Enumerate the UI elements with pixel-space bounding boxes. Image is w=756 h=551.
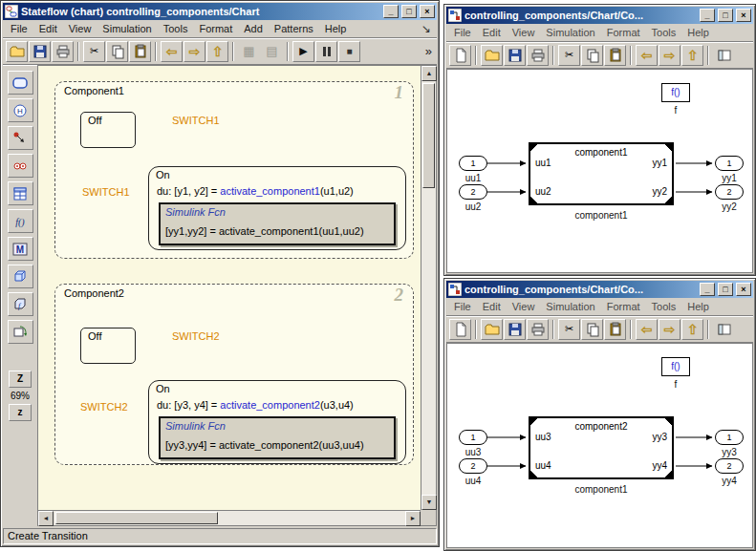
close-button[interactable]: × <box>736 283 751 296</box>
save-button[interactable] <box>29 41 51 62</box>
maximize-button[interactable]: □ <box>718 283 733 296</box>
outport-2[interactable]: 2 <box>715 458 744 474</box>
titlebar[interactable]: controlling_components/Chart/Co... _ □ × <box>446 7 753 24</box>
paste-button[interactable] <box>129 41 151 62</box>
transition-label[interactable]: SWITCH1 <box>82 186 130 198</box>
outport-1[interactable]: 1 <box>715 156 744 171</box>
menu-simulation[interactable]: Simulation <box>540 299 600 314</box>
simulink-function-block[interactable]: f() <box>661 83 690 102</box>
menu-file[interactable]: File <box>448 25 477 40</box>
new-model-button[interactable] <box>449 45 471 66</box>
back-button[interactable]: ⇦ <box>636 319 658 340</box>
truth-table-tool-button[interactable] <box>8 181 33 205</box>
copy-button[interactable] <box>106 41 128 62</box>
forward-button[interactable]: ⇨ <box>659 45 680 66</box>
simulink-fcn-box[interactable]: Simulink Fcn [yy3,yy4] = activate_compon… <box>159 416 396 459</box>
maximize-button[interactable]: □ <box>718 9 733 22</box>
subsystem-block[interactable]: component1 uu1 uu2 yy1 yy2 <box>529 142 674 205</box>
menu-view[interactable]: View <box>507 25 541 40</box>
library-button[interactable]: ▤ <box>261 41 283 62</box>
scroll-up-button[interactable]: ▲ <box>421 66 437 81</box>
print-button[interactable] <box>527 319 549 340</box>
model-explorer-button[interactable]: ▦ <box>238 41 260 62</box>
model-canvas[interactable]: f() f 1 uu1 2 uu2 component1 uu1 uu2 yy1… <box>446 69 753 273</box>
inport-2[interactable]: 2 <box>459 458 487 474</box>
copy-button[interactable] <box>581 319 603 340</box>
zoom-out-button[interactable]: z <box>9 404 32 421</box>
forward-button[interactable]: ⇨ <box>659 319 680 340</box>
menu-simulation[interactable]: Simulation <box>97 21 157 36</box>
menu-edit[interactable]: Edit <box>477 299 507 314</box>
minimize-button[interactable]: _ <box>383 5 399 18</box>
menu-view[interactable]: View <box>507 299 541 314</box>
scroll-down-button[interactable]: ▼ <box>421 495 437 510</box>
on-state[interactable]: On du: [y3, y4] = activate_component2(u3… <box>148 380 406 464</box>
off-state[interactable]: Off <box>80 328 136 364</box>
close-button[interactable]: × <box>420 5 435 18</box>
simulink-fcn-box[interactable]: Simulink Fcn [yy1,yy2] = activate_compon… <box>159 202 396 245</box>
history-junction-tool-button[interactable]: H <box>8 98 33 122</box>
copy-button[interactable] <box>581 45 603 66</box>
minimize-button[interactable]: _ <box>700 9 715 22</box>
zoom-in-button[interactable]: Z <box>9 371 32 388</box>
menu-edit[interactable]: Edit <box>477 25 507 40</box>
back-button[interactable]: ⇦ <box>636 45 658 66</box>
close-button[interactable]: × <box>736 9 751 22</box>
up-to-parent-button[interactable]: ⇧ <box>206 41 228 62</box>
open-button[interactable] <box>481 45 503 66</box>
scrollbar-thumb[interactable] <box>55 512 218 524</box>
off-state[interactable]: Off <box>80 112 136 148</box>
transition-label[interactable]: SWITCH2 <box>80 401 128 413</box>
back-button[interactable]: ⇦ <box>161 41 183 62</box>
outport-1[interactable]: 1 <box>715 430 744 445</box>
menu-file[interactable]: File <box>5 21 33 36</box>
on-state[interactable]: On du: [y1, y2] = activate_component1(u1… <box>148 166 406 250</box>
chart-canvas[interactable]: Component1 1 Off On du: [y1, y2] = activ… <box>38 66 421 510</box>
graphical-function-tool-button[interactable]: f() <box>8 209 33 233</box>
menu-help[interactable]: Help <box>319 21 353 36</box>
model-canvas[interactable]: f() f 1 uu3 2 uu4 component2 uu3 uu4 yy3… <box>446 343 753 548</box>
cut-button[interactable]: ✂ <box>83 41 105 62</box>
scroll-left-button[interactable]: ◄ <box>38 511 54 526</box>
maximize-button[interactable]: □ <box>401 5 417 18</box>
paste-button[interactable] <box>604 45 626 66</box>
start-simulation-button[interactable]: ▶ <box>292 41 314 62</box>
menu-format[interactable]: Format <box>601 299 646 314</box>
toolbar-overflow-button[interactable]: » <box>425 44 434 58</box>
menu-simulation[interactable]: Simulation <box>540 25 600 40</box>
transition-label[interactable]: SWITCH1 <box>172 115 220 126</box>
state-tool-button[interactable] <box>8 71 33 95</box>
menu-format[interactable]: Format <box>601 25 646 40</box>
simulink-function-tool-button[interactable]: f <box>8 292 33 316</box>
up-to-parent-button[interactable]: ⇧ <box>681 45 703 66</box>
connective-junction-tool-button[interactable] <box>8 154 33 178</box>
scroll-right-button[interactable]: ► <box>405 511 421 526</box>
menu-add[interactable]: Add <box>238 21 269 36</box>
model-browser-toggle-button[interactable] <box>713 319 735 340</box>
print-button[interactable] <box>52 41 74 62</box>
inport-2[interactable]: 2 <box>459 184 487 200</box>
menu-help[interactable]: Help <box>681 25 715 40</box>
inport-1[interactable]: 1 <box>459 156 487 171</box>
menu-format[interactable]: Format <box>193 21 238 36</box>
inport-1[interactable]: 1 <box>459 430 487 445</box>
subsystem-block[interactable]: component2 uu3 uu4 yy3 yy4 <box>529 416 674 479</box>
model-browser-toggle-button[interactable] <box>713 45 735 66</box>
titlebar[interactable]: Stateflow (chart) controlling_components… <box>3 3 437 20</box>
menu-help[interactable]: Help <box>681 299 715 314</box>
cut-button[interactable]: ✂ <box>558 319 580 340</box>
cut-button[interactable]: ✂ <box>558 45 580 66</box>
menu-file[interactable]: File <box>448 299 477 314</box>
open-button[interactable] <box>481 319 503 340</box>
forward-button[interactable]: ⇨ <box>184 41 205 62</box>
matlab-function-tool-button[interactable]: M <box>8 237 33 261</box>
transition-label[interactable]: SWITCH2 <box>172 330 220 342</box>
outport-2[interactable]: 2 <box>715 184 744 200</box>
component2-box[interactable]: Component2 2 Off On du: [y3, y4] = activ… <box>54 284 414 465</box>
default-transition-tool-button[interactable] <box>8 126 33 150</box>
save-button[interactable] <box>504 319 526 340</box>
pause-simulation-button[interactable] <box>315 41 337 62</box>
component1-box[interactable]: Component1 1 Off On du: [y1, y2] = activ… <box>54 81 414 259</box>
scrollbar-thumb[interactable] <box>422 83 435 188</box>
menu-patterns[interactable]: Patterns <box>269 21 319 36</box>
